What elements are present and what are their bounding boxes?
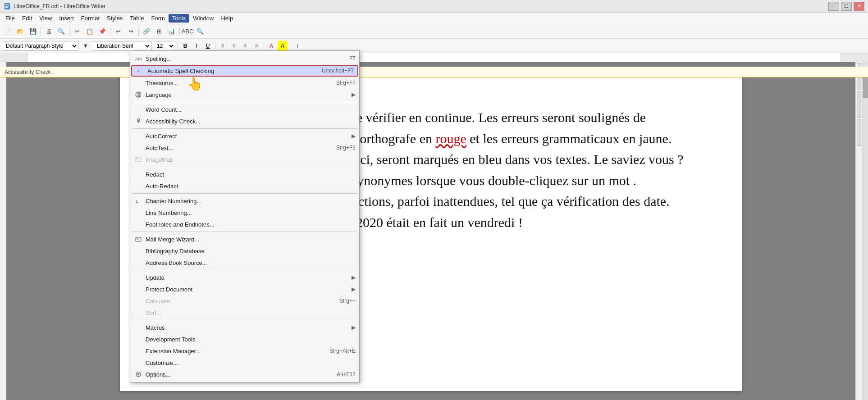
dd-redact-label: Redact [146,171,164,178]
dd-autocorrect-label: AutoCorrect [146,133,177,140]
dd-customize[interactable]: Customize... [130,357,359,368]
dd-devtools[interactable]: Development Tools [130,333,359,345]
highlight-btn[interactable]: A [278,41,288,51]
new-btn[interactable]: 📄 [2,26,14,37]
dd-update-label: Update [146,274,164,281]
svg-point-9 [137,119,140,121]
dd-update[interactable]: Update ▶ [130,272,359,283]
menu-view[interactable]: View [36,14,55,23]
dd-footnotes[interactable]: Footnotes and Endnotes... [130,218,359,230]
dd-wordcount[interactable]: Word Count... [130,104,359,115]
dd-protect[interactable]: Protect Document ▶ [130,283,359,295]
spellcheck-btn[interactable]: ABC [182,26,193,37]
font-select[interactable]: Liberation Serif [93,41,151,51]
sidebar-panel-2[interactable] [857,91,861,118]
dd-accessibility[interactable]: Accessibility Check... [130,115,359,127]
menu-insert[interactable]: Insert [55,14,78,23]
restore-button[interactable]: ☐ [841,2,852,11]
dd-chapter-numbering-label: Chapter Numbering... [146,198,201,205]
preview-btn[interactable]: 🔍 [55,26,67,37]
open-btn[interactable]: 📂 [14,26,26,37]
menu-table[interactable]: Table [126,14,147,23]
dd-addressbook[interactable]: Address Book Source... [130,257,359,268]
dd-autoredact[interactable]: Auto-Redact [130,180,359,192]
minimize-button[interactable]: — [828,2,839,11]
dd-redact[interactable]: Redact [130,168,359,180]
align-left-btn[interactable]: ≡ [218,41,228,51]
dd-footnotes-label: Footnotes and Endnotes... [146,221,215,228]
title-bar-controls: — ☐ ✕ [828,2,864,11]
dd-language[interactable]: Language ▶ [130,89,359,100]
undo-btn[interactable]: ↩ [112,26,124,37]
dd-macros[interactable]: Macros ▶ [130,322,359,333]
dd-calculate: Calculate Strg++ [130,295,359,307]
line-numbering-icon [134,208,143,217]
justify-btn[interactable]: ≡ [251,41,261,51]
paragraph-style-select[interactable]: Default Paragraph Style [2,41,78,51]
menu-format[interactable]: Format [78,14,103,23]
dd-calculate-shortcut: Strg++ [339,298,356,304]
style-btn[interactable]: ▼ [80,41,91,51]
menu-edit[interactable]: Edit [18,14,36,23]
window-title: LibreOffice_FR.odt - LibreOffice Writer [14,3,105,9]
dd-autotext-label: AutoText... [146,145,173,151]
menu-file[interactable]: File [2,14,18,23]
dd-spelling[interactable]: ABC Spelling... F7 [130,53,359,64]
dd-chapter-numbering[interactable]: 1. Chapter Numbering... [130,195,359,207]
dd-mailmerge[interactable]: Mail Merge Wizard... [130,233,359,245]
cut-btn[interactable]: ✂ [71,26,83,37]
underline-btn[interactable]: U [203,41,213,51]
redo-btn[interactable]: ↪ [125,26,137,37]
font-color-btn[interactable]: A [266,41,276,51]
copy-btn[interactable]: 📋 [84,26,96,37]
dd-line-numbering-label: Line Numbering... [146,209,192,216]
hyperlink-btn[interactable]: 🔗 [141,26,152,37]
menu-window[interactable]: Window [189,14,217,23]
title-bar: LibreOffice_FR.odt - LibreOffice Writer … [0,0,868,13]
wordcount-icon [134,105,143,114]
align-right-btn[interactable]: ≡ [240,41,250,51]
app-icon [4,3,11,10]
footnotes-icon [134,220,143,229]
save-btn[interactable]: 💾 [27,26,39,37]
right-sidebar [855,62,862,400]
menu-styles[interactable]: Styles [103,14,126,23]
dd-autocorrect[interactable]: AutoCorrect ▶ [130,130,359,142]
svg-rect-12 [136,157,141,162]
paste-btn[interactable]: 📌 [96,26,108,37]
sep3 [110,27,110,36]
dd-extensions[interactable]: Extension Manager... Strg+Alt+E [130,345,359,357]
vertical-scrollbar[interactable] [862,62,868,400]
dd-options[interactable]: Options... Alt+F12 [130,368,359,380]
align-center-btn[interactable]: ≡ [229,41,239,51]
line-spacing-btn[interactable]: ↕ [292,41,302,51]
sep1 [41,27,41,36]
sidebar-panel-3[interactable] [857,119,861,146]
bold-btn[interactable]: B [180,41,190,51]
table-btn[interactable]: ⊞ [153,26,165,37]
dd-thesaurus[interactable]: Thesaurus... Strg+F7 [130,77,359,89]
dd-autotext[interactable]: AutoText... Strg+F3 [130,142,359,154]
thesaurus-icon [134,78,143,87]
dd-line-numbering[interactable]: Line Numbering... [130,207,359,218]
sep-after-sort [132,320,357,320]
dd-auto-spell[interactable]: ✓ Automatic Spell Checking Umschalt+F7 [131,65,358,77]
chart-btn[interactable]: 📊 [166,26,178,37]
sep-after-accessibility [132,128,357,129]
menu-help[interactable]: Help [217,14,237,23]
svg-point-17 [137,373,139,375]
font-size-select[interactable]: 12 [153,41,175,51]
dd-wordcount-label: Word Count... [146,106,182,113]
find-btn[interactable]: 🔍 [194,26,206,37]
menu-tools[interactable]: Tools [169,14,189,23]
close-button[interactable]: ✕ [854,2,864,11]
dd-bibliography[interactable]: Bibliography Database [130,245,359,257]
italic-btn[interactable]: I [192,41,201,51]
menu-form[interactable]: Form [147,14,168,23]
print-btn[interactable]: 🖨 [43,26,55,37]
macros-icon [134,323,143,332]
dd-macros-arrow: ▶ [352,324,356,331]
dd-thesaurus-shortcut: Strg+F7 [336,80,356,86]
svg-rect-1 [5,5,9,5]
dd-extensions-shortcut: Strg+Alt+E [329,348,356,354]
